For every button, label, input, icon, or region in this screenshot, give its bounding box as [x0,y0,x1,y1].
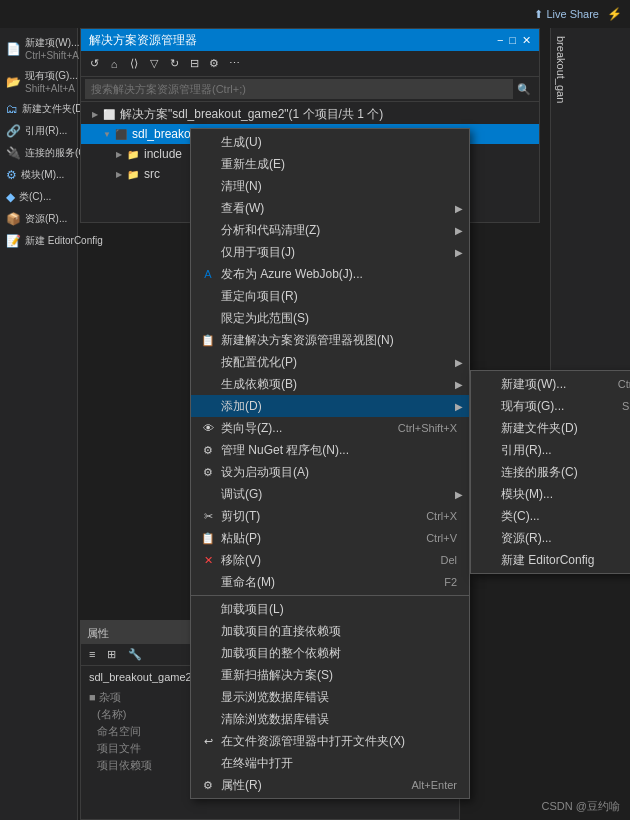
cm-item-paste[interactable]: 📋粘贴(P)Ctrl+V [191,527,469,549]
cm-item-debug[interactable]: 调试(G)▶ [191,483,469,505]
se-float-btn[interactable]: □ [509,34,516,47]
cm-label-config: 按配置优化(P) [221,354,457,371]
cm-item-config[interactable]: 按配置优化(P)▶ [191,351,469,373]
submenu-item-new_editor_config[interactable]: 新建 EditorConfig [471,549,630,571]
sidebar-item-new-folder[interactable]: 🗂 新建文件夹(D) [0,98,77,120]
cm-label-rebuild: 重新生成(E) [221,156,457,173]
se-pin-btn[interactable]: − [497,34,503,47]
cm-label-paste: 粘贴(P) [221,530,406,547]
se-search-input[interactable] [85,79,513,99]
submenu-label-reference: 引用(R)... [501,442,630,459]
submenu: 新建项(W)...Ctrl+Shift+A现有项(G)...Shift+Alt+… [470,370,630,574]
cm-shortcut-properties: Alt+Enter [411,779,457,791]
submenu-item-class[interactable]: 类(C)... [471,505,630,527]
class-icon: ◆ [6,190,15,204]
cm-item-view[interactable]: 查看(W)▶ [191,197,469,219]
cm-item-rename[interactable]: 重命名(M)F2 [191,571,469,593]
se-refresh-btn[interactable]: ↻ [165,55,183,73]
sidebar-item-module[interactable]: ⚙ 模块(M)... [0,164,77,186]
left-sidebar: 📄 新建项(W)... Ctrl+Shift+A 📂 现有项(G)... Shi… [0,28,78,820]
cm-label-remove: 移除(V) [221,552,420,569]
include-label: include [144,147,182,161]
props-key-name: (名称) [97,707,167,722]
include-folder-icon: 📁 [125,146,141,162]
sidebar-item-reference[interactable]: 🔗 引用(R)... [0,120,77,142]
props-sort-btn[interactable]: ≡ [85,646,99,663]
cm-item-only[interactable]: 仅用于项目(J)▶ [191,241,469,263]
submenu-label-class: 类(C)... [501,508,630,525]
props-key-projdeps: 项目依赖项 [97,758,167,773]
sidebar-item-editorconfig[interactable]: 📝 新建 EditorConfig [0,230,77,252]
top-icon: ⚡ [607,7,622,21]
submenu-item-connected[interactable]: 连接的服务(C) [471,461,630,483]
cm-item-add[interactable]: 添加(D)▶ [191,395,469,417]
cm-separator [191,595,469,596]
cm-shortcut-cut: Ctrl+X [426,510,457,522]
se-home-btn[interactable]: ⌂ [105,55,123,73]
props-key-projfile: 项目文件 [97,741,167,756]
submenu-item-new_item[interactable]: 新建项(W)...Ctrl+Shift+A [471,373,630,395]
editorconfig-icon: 📝 [6,234,21,248]
cm-icon-cut: ✂ [199,510,217,523]
cm-item-unload[interactable]: 卸载项目(L) [191,598,469,620]
cm-item-azure[interactable]: A发布为 Azure WebJob(J)... [191,263,469,285]
tree-arrow-project: ▼ [101,128,113,140]
cm-item-direct_deps[interactable]: 加载项目的直接依赖项 [191,620,469,642]
se-settings-btn[interactable]: ⚙ [205,55,223,73]
cm-item-class_view[interactable]: 👁类向导(Z)...Ctrl+Shift+X [191,417,469,439]
cm-item-rebuild[interactable]: 重新生成(E) [191,153,469,175]
cm-item-scope[interactable]: 限定为此范围(S) [191,307,469,329]
cm-item-analyze[interactable]: 分析和代码清理(Z)▶ [191,219,469,241]
se-extra-btn[interactable]: ⋯ [225,55,243,73]
cm-item-properties[interactable]: ⚙属性(R)Alt+Enter [191,774,469,796]
se-collapse-btn[interactable]: ⊟ [185,55,203,73]
cm-item-remove[interactable]: ✕移除(V)Del [191,549,469,571]
se-nav-btn[interactable]: ⟨⟩ [125,55,143,73]
cm-item-clear_db_err[interactable]: 清除浏览数据库错误 [191,708,469,730]
se-search-row: 🔍 [81,77,539,102]
cm-item-gen_deps[interactable]: 生成依赖项(B)▶ [191,373,469,395]
props-edit-btn[interactable]: 🔧 [124,646,146,663]
cm-item-clean[interactable]: 清理(N) [191,175,469,197]
cm-label-debug: 调试(G) [221,486,457,503]
search-icon: 🔍 [513,83,535,96]
cm-label-scope: 限定为此范围(S) [221,310,457,327]
right-mini-panel: breakout_gan [550,28,630,428]
cm-item-show_db_err[interactable]: 显示浏览数据库错误 [191,686,469,708]
submenu-label-new_editor_config: 新建 EditorConfig [501,552,630,569]
submenu-item-existing_item[interactable]: 现有项(G)...Shift+Alt+A [471,395,630,417]
sidebar-item-connected[interactable]: 🔌 连接的服务(C) [0,142,77,164]
submenu-item-reference[interactable]: 引用(R)... [471,439,630,461]
cm-item-all_deps[interactable]: 加载项目的整个依赖树 [191,642,469,664]
cm-label-nuget: 管理 NuGet 程序包(N)... [221,442,457,459]
sidebar-item-new-project[interactable]: 📄 新建项(W)... Ctrl+Shift+A [0,32,77,65]
cm-item-cut[interactable]: ✂剪切(T)Ctrl+X [191,505,469,527]
cm-item-build[interactable]: 生成(U) [191,131,469,153]
sidebar-editorconfig-label: 新建 EditorConfig [25,234,103,248]
live-share-link[interactable]: ⬆ Live Share [534,8,599,21]
cm-icon-class_view: 👁 [199,422,217,434]
props-cat-btn[interactable]: ⊞ [103,646,120,663]
cm-item-startup[interactable]: ⚙设为启动项目(A) [191,461,469,483]
sidebar-item-class[interactable]: ◆ 类(C)... [0,186,77,208]
submenu-item-new_folder[interactable]: 新建文件夹(D) [471,417,630,439]
cm-item-open_folder[interactable]: ↩在文件资源管理器中打开文件夹(X) [191,730,469,752]
submenu-label-resource: 资源(R)... [501,530,630,547]
submenu-item-module[interactable]: 模块(M)... [471,483,630,505]
se-filter-btn[interactable]: ▽ [145,55,163,73]
cm-label-build: 生成(U) [221,134,457,151]
tree-item-solution[interactable]: ▶ ⬜ 解决方案"sdl_breakout_game2"(1 个项目/共 1 个… [81,104,539,124]
new-project-icon: 📄 [6,42,21,56]
cm-item-new_view[interactable]: 📋新建解决方案资源管理器视图(N) [191,329,469,351]
cm-item-open_terminal[interactable]: 在终端中打开 [191,752,469,774]
sidebar-item-resource[interactable]: 📦 资源(R)... [0,208,77,230]
cm-item-nuget[interactable]: ⚙管理 NuGet 程序包(N)... [191,439,469,461]
se-close-btn[interactable]: ✕ [522,34,531,47]
cm-label-all_deps: 加载项目的整个依赖树 [221,645,457,662]
submenu-item-resource[interactable]: 资源(R)... [471,527,630,549]
cm-label-class_view: 类向导(Z)... [221,420,378,437]
se-sync-btn[interactable]: ↺ [85,55,103,73]
cm-item-rescan[interactable]: 重新扫描解决方案(S) [191,664,469,686]
cm-item-retarget[interactable]: 重定向项目(R) [191,285,469,307]
sidebar-item-existing[interactable]: 📂 现有项(G)... Shift+Alt+A [0,65,77,98]
